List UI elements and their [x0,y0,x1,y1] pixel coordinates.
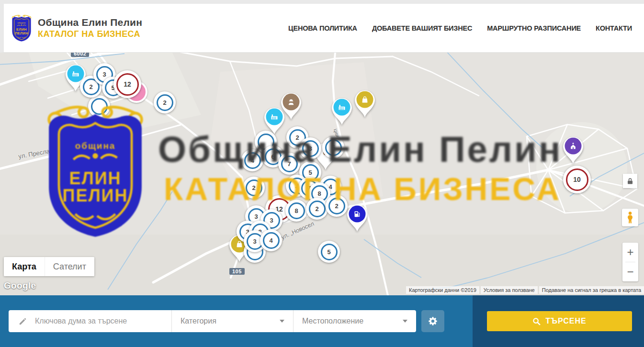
advanced-settings-button[interactable] [421,310,444,332]
map-pin-church[interactable] [561,134,586,165]
page: община ЕЛИН ПЕЛИН Община Елин Пелин КАТА… [0,0,644,347]
nav-add-your-business[interactable]: ДОБАВЕТЕ ВАШИЯТ БИЗНЕС [372,24,472,32]
fullscreen-lock-button[interactable] [623,174,637,188]
category-dropdown[interactable]: Категория [172,310,293,332]
map-marker-cluster[interactable]: 12 [113,70,141,98]
nav-contacts[interactable]: КОНТАКТИ [596,24,632,32]
watermark-crest-text-line2: ПЕЛИН [63,186,128,205]
crest-text-line2: ПЕЛИН [15,31,28,35]
watermark-crest-text-top: община [75,141,116,151]
attribution-report-error-link[interactable]: Подаване на сигнал за грешка в картата [539,286,644,294]
site-subtitle: КАТАЛОГ НА БИЗНЕСА [38,29,142,39]
watermark-subtitle: КАТАЛОГ НА БИЗНЕСА [164,171,561,207]
watermark-crest-text-line1: ЕЛИН [69,168,122,188]
crest-text-top: община [17,22,26,24]
search-form: Категория Местоположение [9,310,416,332]
lock-icon [627,178,633,185]
watermark-title: Община Елин Пелин [158,128,563,170]
site-title: Община Елин Пелин [38,17,142,28]
chevron-down-icon [280,320,284,323]
category-dropdown-label: Категория [181,317,216,325]
cluster-count: 4 [263,232,280,249]
cluster-count: 5 [321,244,338,260]
search-icon [532,317,541,325]
keyword-field-wrap [9,310,171,332]
map-marker-cluster[interactable]: 10 [563,166,591,193]
map-pin-factory[interactable] [329,95,354,126]
pencil-icon [18,317,27,326]
watermark-crest: община ЕЛИН ПЕЛИН [41,102,150,240]
pegman-icon [626,211,634,224]
map-type-satellite-button[interactable]: Сателит [45,257,94,276]
google-logo[interactable]: Google [4,280,36,291]
map-pin-bag[interactable] [352,88,377,118]
cluster-count: 10 [566,168,588,191]
nav-route-schedule[interactable]: МАРШРУТНО РАЗПИСАНИЕ [487,24,581,32]
map-canvas[interactable]: ул. Преслав бул. „Новосел ция 6002 105 [0,53,644,295]
header: община ЕЛИН ПЕЛИН Община Елин Пелин КАТА… [0,0,644,53]
main-nav: ЦЕНОВА ПОЛИТИКА ДОБАВЕТЕ ВАШИЯТ БИЗНЕС М… [288,24,632,32]
chevron-down-icon [403,320,407,323]
municipality-crest-icon: община ЕЛИН ПЕЛИН [11,14,33,42]
map-marker-cluster[interactable]: 5 [318,241,340,263]
cluster-count: 12 [116,73,139,96]
cluster-count: 2 [157,94,173,111]
pegman-streetview-button[interactable] [622,209,638,226]
search-submit-button[interactable]: ТЪРСЕНЕ [487,311,632,331]
site-logo[interactable]: община ЕЛИН ПЕЛИН Община Елин Пелин КАТА… [11,14,142,42]
zoom-control: + − [622,243,638,281]
zoom-out-button[interactable]: − [622,262,638,281]
location-dropdown-label: Местоположение [302,317,363,325]
map-type-control: Карта Сателит [4,257,94,276]
map-type-map-button[interactable]: Карта [4,257,45,276]
attribution-copyright: Картографски данни ©2019 [406,286,479,294]
zoom-in-button[interactable]: + [622,243,638,262]
map-attribution: Картографски данни ©2019 Условия за полз… [405,286,644,294]
nav-pricing-policy[interactable]: ЦЕНОВА ПОЛИТИКА [288,24,357,32]
search-bar: Категория Местоположение ТЪРСЕНЕ [0,295,644,347]
location-dropdown[interactable]: Местоположение [294,310,416,332]
search-button-label: ТЪРСЕНЕ [545,317,586,325]
attribution-terms-link[interactable]: Условия за ползване [481,286,538,294]
keyword-search-input[interactable] [34,316,156,326]
map-marker-cluster[interactable]: 2 [154,91,176,113]
map-marker-cluster[interactable]: 4 [260,229,282,251]
gear-icon [428,316,438,326]
